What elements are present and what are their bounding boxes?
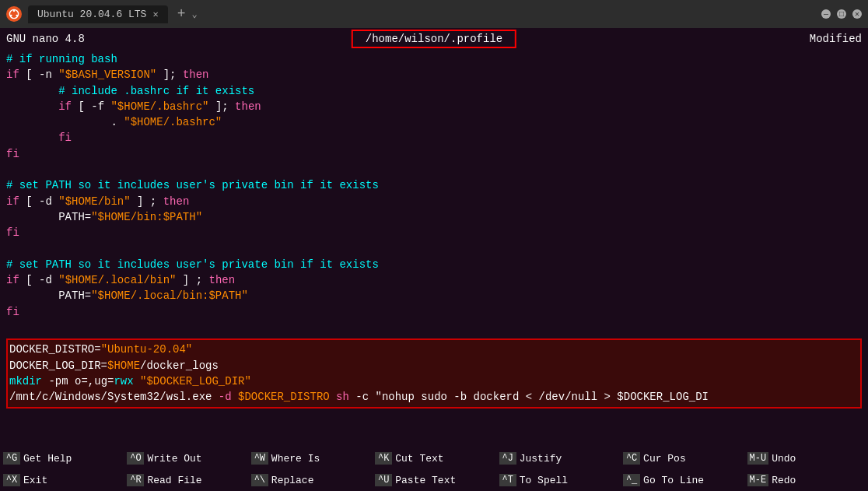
shortcut-label: Replace [271, 475, 314, 486]
shortcut-cut-text[interactable]: ^K Cut Text [372, 447, 495, 469]
shortcut-label: Undo [772, 453, 796, 465]
shortcut-key: ^C [623, 452, 640, 465]
shortcut-key: ^X [3, 474, 20, 486]
editor-line: # if running bash [6, 51, 862, 67]
shortcut-key: M-U [747, 452, 769, 465]
editor-line: fi [6, 225, 862, 240]
add-tab-button[interactable]: + [174, 6, 189, 22]
editor-line: if [ -f "$HOME/.bashrc" ]; then [6, 99, 862, 114]
editor-line: fi [6, 130, 862, 146]
shortcut-paste-text[interactable]: ^U Paste Text [372, 469, 495, 491]
shortcut-where-is[interactable]: ^W Where Is [248, 447, 372, 469]
shortcut-key: ^W [251, 452, 268, 465]
tab-bar-extra: + ⌄ [174, 6, 198, 22]
shortcut-go-to-line[interactable]: ^_ Go To Line [620, 469, 744, 491]
shortcut-label: Cur Pos [643, 453, 686, 465]
shortcut-undo[interactable]: M-U Undo [744, 447, 868, 469]
shortcut-key: M-E [747, 474, 769, 486]
shortcut-key: ^J [499, 452, 516, 465]
shortcut-row-2: ^X Exit ^R Read File ^\ Replace ^U Paste… [0, 469, 868, 491]
shortcut-redo[interactable]: M-E Redo [744, 469, 868, 491]
editor-selected-line: /mnt/c/Windows/System32/wsl.exe -d $DOCK… [8, 389, 860, 405]
shortcut-label: Cut Text [395, 453, 443, 465]
editor-line: . "$HOME/.bashrc" [6, 114, 862, 130]
svg-point-3 [10, 15, 12, 17]
shortcut-label: Where Is [271, 453, 320, 465]
shortcut-justify[interactable]: ^J Justify [496, 447, 620, 469]
shortcut-read-file[interactable]: ^R Read File [124, 469, 247, 491]
shortcut-label: Go To Line [643, 475, 704, 486]
shortcut-key: ^_ [623, 474, 640, 486]
editor-line: fi [6, 146, 862, 162]
shortcut-key: ^U [375, 474, 392, 486]
shortcut-exit[interactable]: ^X Exit [0, 469, 124, 491]
editor-line: PATH="$HOME/.local/bin:$PATH" [6, 288, 862, 303]
editor-selected-line: mkdir -pm o=,ug=rwx "$DOCKER_LOG_DIR" [8, 374, 860, 389]
editor-line: PATH="$HOME/bin:$PATH" [6, 209, 862, 225]
nano-filename: /home/wilson/.profile [352, 30, 516, 48]
editor-line: fi [6, 304, 862, 320]
nano-status: Modified [810, 33, 862, 45]
shortcut-label: Paste Text [395, 475, 456, 486]
selected-text-block: DOCKER_DISTRO="Ubuntu-20.04" DOCKER_LOG_… [6, 338, 862, 408]
shortcut-cur-pos[interactable]: ^C Cur Pos [620, 447, 744, 469]
tab-label: Ubuntu 20.04.6 LTS [37, 9, 146, 20]
tab-close-icon[interactable]: ✕ [152, 9, 158, 20]
tab-chevron-icon[interactable]: ⌄ [191, 9, 197, 20]
nano-header: GNU nano 4.8 /home/wilson/.profile Modif… [0, 28, 868, 50]
maximize-button[interactable]: □ [837, 9, 846, 19]
title-bar: Ubuntu 20.04.6 LTS ✕ + ⌄ — □ ✕ [0, 0, 868, 28]
shortcut-row-1: ^G Get Help ^O Write Out ^W Where Is ^K … [0, 447, 868, 469]
editor-line: # set PATH so it includes user's private… [6, 177, 862, 193]
editor-line: if [ -d "$HOME/.local/bin" ] ; then [6, 272, 862, 288]
svg-point-1 [13, 9, 16, 12]
minimize-button[interactable]: — [821, 9, 831, 19]
ubuntu-logo [6, 6, 22, 22]
terminal-tab[interactable]: Ubuntu 20.04.6 LTS ✕ [28, 5, 168, 23]
window-controls: — □ ✕ [821, 9, 862, 19]
shortcut-label: Get Help [23, 453, 72, 465]
shortcut-label: Justify [520, 453, 562, 465]
editor-selected-line: DOCKER_LOG_DIR=$HOME/docker_logs [8, 358, 860, 374]
shortcuts-bar: ^G Get Help ^O Write Out ^W Where Is ^K … [0, 447, 868, 491]
editor-selected-line: DOCKER_DISTRO="Ubuntu-20.04" [8, 342, 860, 357]
svg-point-2 [16, 15, 18, 17]
close-button[interactable]: ✕ [852, 9, 862, 19]
shortcut-label: Write Out [147, 453, 201, 465]
shortcut-key: ^G [3, 452, 20, 465]
shortcut-label: Redo [772, 475, 796, 486]
editor-line [6, 320, 862, 335]
editor-line: if [ -d "$HOME/bin" ] ; then [6, 194, 862, 209]
shortcut-key: ^O [127, 452, 144, 465]
editor-line: # include .bashrc if it exists [6, 83, 862, 99]
shortcut-to-spell[interactable]: ^T To Spell [496, 469, 620, 491]
shortcut-replace[interactable]: ^\ Replace [248, 469, 372, 491]
shortcut-write-out[interactable]: ^O Write Out [124, 447, 247, 469]
shortcut-key: ^K [375, 452, 392, 465]
shortcut-get-help[interactable]: ^G Get Help [0, 447, 124, 469]
shortcut-label: To Spell [520, 475, 568, 486]
shortcut-key: ^\ [251, 474, 268, 486]
nano-version: GNU nano 4.8 [6, 33, 85, 45]
editor-line: # set PATH so it includes user's private… [6, 257, 862, 272]
editor-line: if [ -n "$BASH_VERSION" ]; then [6, 67, 862, 82]
editor-content[interactable]: # if running bash if [ -n "$BASH_VERSION… [0, 50, 868, 447]
shortcut-label: Read File [147, 475, 201, 486]
shortcut-key: ^R [127, 474, 144, 486]
shortcut-label: Exit [23, 475, 47, 486]
editor-line [6, 241, 862, 257]
editor-line [6, 162, 862, 177]
shortcut-key: ^T [499, 474, 516, 486]
